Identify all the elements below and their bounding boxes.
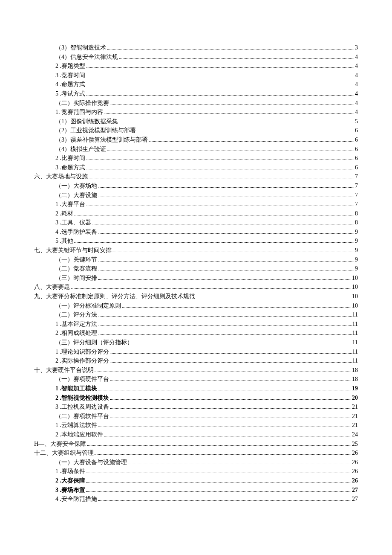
toc-entry-page: 11 (352, 329, 358, 337)
toc-entry-page: 7 (355, 200, 358, 209)
toc-leader-dots (86, 67, 354, 68)
toc-entry: （二）实际操作竞赛 4 (34, 99, 358, 108)
toc-entry: 六、大赛场地与设施 7 (34, 172, 358, 181)
toc-entry-page: 9 (355, 264, 358, 273)
toc-leader-dots (107, 49, 354, 49)
toc-entry: 九、大赛评分标准制定原则、评分方法、评分细则及技术规范 10 (34, 292, 358, 301)
toc-leader-dots (110, 418, 351, 418)
toc-entry: 4 .命题方式4 (34, 80, 358, 89)
toc-leader-dots (87, 445, 351, 446)
toc-entry: 4 .选手防护装备9 (34, 228, 358, 236)
toc-entry-page: 21 (352, 421, 358, 430)
toc-leader-dots (98, 279, 351, 280)
toc-entry: 3 .命题方式6 (34, 163, 358, 172)
toc-entry: 3 .工控机及周边设备21 (34, 403, 358, 411)
toc-entry: 1 .基本评定方法11 (34, 320, 358, 328)
toc-entry-label: 2 .赛题类型 (55, 62, 85, 70)
toc-entry-page: 4 (355, 99, 358, 108)
toc-leader-dots (110, 105, 354, 105)
toc-entry-label: 1 .大赛平台 (55, 200, 85, 209)
toc-entry-page: 9 (355, 256, 358, 264)
toc-leader-dots (134, 344, 352, 344)
toc-entry: 4 .安全防范措施27 (34, 495, 358, 503)
toc-entry-page: 3 (355, 44, 358, 52)
toc-entry: 5 .考试方式4 (34, 90, 358, 98)
toc-leader-dots (196, 298, 351, 298)
toc-entry-page: 24 (352, 430, 358, 439)
toc-entry-label: 2 .智能视觉检测模块 (55, 394, 109, 402)
toc-entry-label: （3）智能制造技术 (55, 44, 106, 52)
toc-entry-page: 7 (355, 182, 358, 190)
toc-entry-page: 4 (355, 80, 358, 89)
toc-entry: （三）评分细则（评分指标） 11 (34, 338, 358, 347)
toc-entry-page: 18 (352, 366, 358, 375)
toc-entry-label: （二）赛项软件平台 (55, 412, 109, 421)
toc-entry: 1 .理论知识部分评分11 (34, 348, 358, 356)
toc-entry: （一）赛项硬件平台 18 (34, 375, 358, 384)
toc-entry: （3）误差补偿算法模型训练与部署6 (34, 136, 358, 144)
toc-entry: 十二、大赛组织与管理 26 (34, 449, 358, 457)
toc-entry: 2 .赛题类型4 (34, 62, 358, 70)
toc-leader-dots (119, 58, 354, 59)
toc-entry-page: 20 (352, 394, 358, 402)
toc-entry-page: 4 (355, 90, 358, 98)
toc-leader-dots (112, 252, 354, 252)
toc-leader-dots (95, 372, 351, 372)
toc-leader-dots (98, 390, 351, 390)
toc-entry-label: 5 .其他 (55, 237, 73, 245)
toc-entry-page: 10 (352, 292, 358, 301)
toc-leader-dots (86, 473, 351, 473)
toc-entry: （二）赛项软件平台 21 (34, 412, 358, 421)
toc-entry-label: 十二、大赛组织与管理 (34, 449, 94, 457)
toc-entry-label: 3 .工具、仪器 (55, 218, 91, 227)
toc-entry-label: （一）评分标准制定原则 (55, 302, 121, 310)
toc-leader-dots (92, 224, 354, 224)
toc-leader-dots (110, 353, 352, 354)
toc-leader-dots (104, 436, 351, 436)
toc-entry-label: 3 .赛场布置 (55, 486, 85, 494)
toc-entry: 2 .本地端应用软件24 (34, 430, 358, 439)
toc-entry: 2 .实际操作部分评分11 (34, 357, 358, 365)
toc-leader-dots (128, 464, 351, 464)
toc-leader-dots (119, 123, 354, 123)
toc-entry-label: 1. 竞赛范围与内容 (55, 108, 103, 116)
toc-entry: 1 .云端算法软件21 (34, 421, 358, 430)
toc-leader-dots (107, 151, 354, 151)
toc-entry-label: （一）大赛场地 (55, 182, 97, 190)
toc-entry-label: （二）大赛设施 (55, 191, 97, 200)
toc-leader-dots (86, 77, 354, 77)
toc-entry-label: 1 .理论知识部分评分 (55, 348, 109, 356)
toc-entry-page: 18 (352, 375, 358, 384)
toc-entry: 八、大赛赛题 10 (34, 283, 358, 291)
toc-entry: （1）图像训练数据采集 5 (34, 117, 358, 126)
toc-leader-dots (95, 454, 351, 455)
toc-entry-label: 3 .命题方式 (55, 163, 85, 172)
toc-entry: 3 .工具、仪器 8 (34, 218, 358, 227)
toc-entry: 1. 竞赛范围与内容4 (34, 108, 358, 116)
toc-entry-page: 9 (355, 246, 358, 255)
toc-entry-page: 6 (355, 126, 358, 135)
toc-entry: 1 .智能加工模块 19 (34, 384, 358, 393)
toc-leader-dots (110, 408, 351, 409)
toc-leader-dots (71, 288, 351, 289)
toc-leader-dots (110, 399, 351, 400)
toc-leader-dots (86, 160, 354, 160)
toc-entry-label: （三）评分细则（评分指标） (55, 338, 133, 347)
toc-leader-dots (86, 86, 354, 86)
toc-leader-dots (98, 334, 352, 335)
toc-entry-page: 4 (355, 71, 358, 80)
toc-entry-label: （一）关键环节 (55, 256, 97, 264)
toc-entry: （4）模拟生产验证 6 (34, 145, 358, 154)
toc-entry: （一）评分标准制定原则 10 (34, 302, 358, 310)
toc-leader-dots (98, 270, 354, 270)
toc-entry-page: 11 (352, 311, 358, 319)
toc-entry-page: 5 (355, 117, 358, 126)
toc-entry: （二）评分方法 11 (34, 311, 358, 319)
toc-entry-label: H—、大赛安全保障 (34, 440, 86, 448)
toc-entry: 2 .比赛时间6 (34, 154, 358, 163)
toc-entry: 3 .赛场布置 27 (34, 486, 358, 494)
toc-entry: 2 .耗材8 (34, 209, 358, 218)
toc-entry: 2 .智能视觉检测模块 20 (34, 394, 358, 402)
toc-entry-page: 26 (352, 458, 358, 467)
toc-entry-label: 2 .相同成绩处理 (55, 329, 97, 337)
